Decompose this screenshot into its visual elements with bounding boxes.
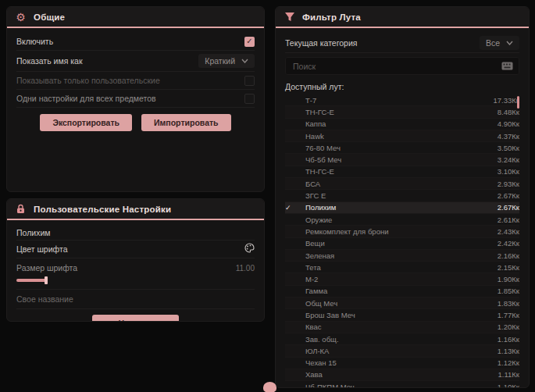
loot-list-row[interactable]: ЮЛ-КА 1.13Кк	[285, 345, 519, 357]
loot-list-row[interactable]: Брош Зав Меч 1.77Кк	[285, 309, 519, 321]
loot-item-value: 17.33Кк	[494, 96, 519, 105]
import-button[interactable]: Импортировать	[141, 114, 231, 131]
chevron-down-icon	[241, 59, 248, 63]
loot-item-value: 2.16Кк	[498, 251, 519, 260]
loot-item-value: 1.13Кк	[498, 347, 519, 355]
loot-item-name: Т-7	[298, 96, 494, 105]
loot-list-row[interactable]: Чехан 15 1.12Кк	[285, 358, 519, 369]
selected-check-icon: ✓	[285, 204, 298, 212]
loot-item-name: Брош Зав Меч	[298, 311, 498, 319]
loot-filter-panel: Фильтр Лута Текущая категория Все Доступ…	[275, 6, 530, 388]
custom-name-row	[16, 290, 255, 308]
loot-list-row[interactable]: ✓ Полихим 2.67Кк	[285, 202, 519, 214]
search-input[interactable]	[291, 61, 501, 72]
loot-item-value: 1.16Кк	[498, 335, 519, 344]
loot-item-name: ЮЛ-КА	[298, 347, 498, 355]
loot-item-value: 1.12Кк	[498, 358, 519, 367]
slider-handle[interactable]	[45, 276, 48, 284]
loot-list-row[interactable]: Ремкомплект для брони 2.43Кк	[285, 226, 519, 237]
loot-list-row[interactable]: Чб-ПКПМ Меч 1.10Кк	[285, 381, 519, 388]
enable-label: Включить	[16, 37, 53, 46]
loot-item-name: Чб-5б Меч	[298, 155, 498, 164]
loot-item-name: БСА	[298, 180, 498, 188]
only-custom-row: Показывать только пользовательские	[16, 72, 255, 90]
loot-list-row[interactable]: БСА 2.93Кк	[285, 178, 519, 190]
category-dropdown[interactable]: Все	[480, 36, 519, 50]
custom-settings-title: Пользовательские Настройки	[34, 205, 171, 214]
loot-list-row[interactable]: Чб-5б Меч 3.24Кк	[285, 154, 519, 166]
font-size-label: Размер шрифта	[16, 263, 77, 273]
loot-list-row[interactable]: Зав. общ. 1.16Кк	[285, 333, 519, 345]
loot-item-name: Ремкомплект для брони	[298, 227, 498, 236]
export-button[interactable]: Экспортировать	[40, 114, 132, 131]
show-name-dropdown[interactable]: Краткий	[198, 54, 255, 68]
loot-item-name: Гамма	[298, 287, 498, 295]
font-size-slider[interactable]	[16, 276, 255, 284]
available-loot-label: Доступный лут:	[285, 80, 519, 94]
same-settings-row: Одни настройки для всех предметов	[16, 90, 255, 108]
list-scrollbar-thumb[interactable]	[517, 96, 519, 109]
loot-item-name: Полихим	[298, 203, 498, 212]
palette-icon[interactable]	[244, 242, 255, 256]
gear-icon: ⚙	[15, 11, 27, 23]
general-panel-title: Общие	[34, 12, 65, 22]
loot-list-row[interactable]: Зеленая 2.16Кк	[285, 250, 519, 262]
loot-item-name: Тета	[298, 263, 498, 272]
loot-list-row[interactable]: ТН-ГС-Е 8.48Кк	[285, 106, 519, 118]
loot-list-row[interactable]: Тета 2.15Кк	[285, 262, 519, 273]
only-custom-checkbox[interactable]	[244, 76, 255, 86]
loot-list-row[interactable]: Гамма 1.85Кк	[285, 286, 519, 298]
loot-item-value: 8.48Кк	[498, 108, 519, 116]
loot-item-name: ЗГС Е	[298, 191, 498, 200]
custom-name-input[interactable]	[16, 290, 255, 308]
enable-checkbox[interactable]: ✓	[244, 37, 255, 47]
loot-item-value: 4.37Кк	[498, 132, 519, 141]
loot-item-value: 1.20Кк	[498, 323, 519, 331]
mod-settings-screen: ⚙ Общие Включить ✓ Показать имя как Крат…	[0, 0, 535, 392]
loot-list-row[interactable]: ЗГС Е 2.67Кк	[285, 190, 519, 201]
search-box	[285, 57, 519, 75]
category-label: Текущая категория	[285, 38, 358, 48]
loot-list-row[interactable]: Hawk 4.37Кк	[285, 130, 519, 142]
loot-filter-title: Фильтр Лута	[302, 12, 361, 22]
delete-button[interactable]: Удалить	[92, 315, 179, 322]
loot-list: Т-7 17.33Кк ТН-ГС-Е 8.48Кк Каппа 4.90Кк …	[285, 94, 519, 388]
loot-item-name: Зеленая	[298, 251, 498, 260]
loot-item-name: ТН-ГС-Е	[298, 108, 498, 116]
loot-item-value: 1.83Кк	[498, 299, 519, 308]
loot-item-value: 2.42Кк	[498, 239, 519, 248]
loot-item-value: 2.67Кк	[498, 191, 519, 200]
loot-item-name: 76-80 Меч	[298, 144, 498, 152]
same-settings-checkbox[interactable]	[244, 94, 255, 104]
loot-list-row[interactable]: Вещи 2.42Кк	[285, 238, 519, 250]
loot-item-value: 2.43Кк	[498, 227, 519, 236]
loot-list-row[interactable]: Т-7 17.33Кк	[285, 94, 519, 106]
loot-item-value: 2.15Кк	[498, 263, 519, 272]
keyboard-icon[interactable]	[501, 59, 513, 73]
category-value: Все	[486, 38, 500, 48]
selected-item-name: Полихим	[16, 228, 50, 237]
loot-item-name: Чб-ПКПМ Меч	[298, 383, 498, 388]
loot-list-row[interactable]: Оружие 2.61Кк	[285, 214, 519, 226]
show-name-label: Показать имя как	[16, 56, 83, 66]
loot-list-row[interactable]: М-2 1.90Кк	[285, 273, 519, 285]
loot-list-row[interactable]: Квас 1.20Кк	[285, 322, 519, 333]
loot-list-row[interactable]: Хава 1.11Кк	[285, 369, 519, 381]
loot-item-name: Общ Меч	[298, 299, 498, 308]
loot-list-row[interactable]: Каппа 4.90Кк	[285, 119, 519, 130]
loot-item-name: Hawk	[298, 132, 498, 141]
loot-list-row[interactable]: Общ Меч 1.83Кк	[285, 298, 519, 309]
mouse-cursor	[263, 382, 276, 392]
show-name-value: Краткий	[205, 56, 235, 66]
chevron-down-icon	[506, 41, 513, 45]
same-settings-label: Одни настройки для всех предметов	[16, 94, 156, 103]
loot-item-name: ТН-ГС-Е	[298, 167, 498, 176]
loot-item-value: 2.61Кк	[498, 216, 519, 224]
only-custom-label: Показывать только пользовательские	[16, 76, 160, 85]
loot-item-name: Зав. общ.	[298, 335, 498, 344]
slider-fill	[16, 279, 46, 282]
loot-item-name: Квас	[298, 323, 498, 331]
loot-list-row[interactable]: ТН-ГС-Е 3.10Кк	[285, 166, 519, 178]
loot-list-row[interactable]: 76-80 Меч 3.50Кк	[285, 142, 519, 154]
loot-item-value: 1.11Кк	[498, 370, 519, 379]
